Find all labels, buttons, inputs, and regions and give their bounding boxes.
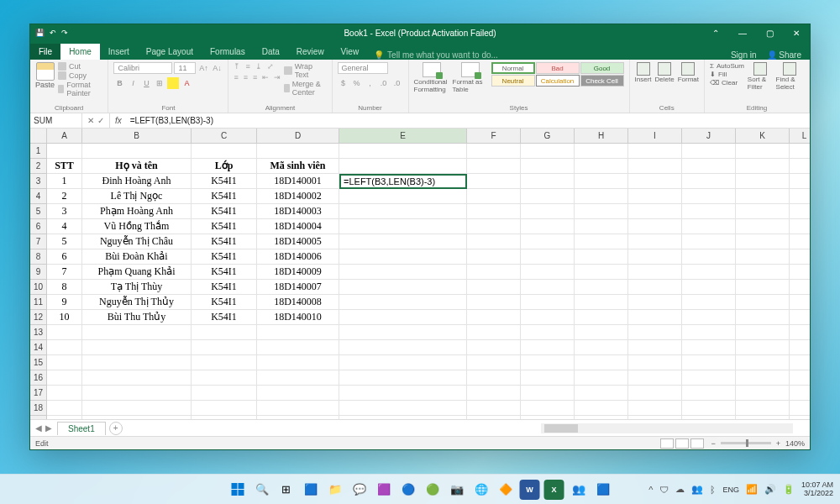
row-header-11[interactable]: 11 — [30, 295, 47, 310]
cell-H5[interactable] — [575, 204, 628, 219]
word-icon[interactable]: W — [520, 480, 540, 500]
cell-K1[interactable] — [736, 144, 790, 159]
row-header-3[interactable]: 3 — [30, 174, 47, 189]
cell-J8[interactable] — [682, 249, 736, 265]
cell-K9[interactable] — [736, 265, 790, 280]
copy-button[interactable]: Copy — [58, 71, 102, 80]
cell-C19[interactable] — [192, 416, 257, 419]
undo-icon[interactable]: ↶ — [50, 29, 56, 37]
clear-button[interactable]: ⌫Clear — [710, 79, 744, 87]
select-all-corner[interactable] — [30, 129, 47, 144]
cell-E17[interactable] — [339, 386, 467, 401]
col-header-G[interactable]: G — [521, 129, 575, 144]
row-header-2[interactable]: 2 — [30, 159, 47, 174]
cell-L17[interactable] — [790, 386, 810, 401]
cell-E7[interactable] — [339, 234, 467, 249]
cell-I15[interactable] — [628, 355, 682, 370]
cell-E4[interactable] — [339, 189, 467, 204]
row-header-7[interactable]: 7 — [30, 234, 47, 249]
style-normal[interactable]: Normal — [491, 62, 535, 74]
cell-E19[interactable] — [339, 416, 467, 419]
cell-J7[interactable] — [682, 234, 736, 249]
maximize-icon[interactable]: ▢ — [756, 24, 783, 41]
language-indicator[interactable]: ENG — [722, 486, 739, 494]
cell-A3[interactable]: 1 — [47, 174, 82, 189]
col-header-K[interactable]: K — [736, 129, 790, 144]
cell-A12[interactable]: 10 — [47, 310, 82, 325]
cell-B3[interactable]: Đinh Hoàng Anh — [82, 174, 192, 189]
style-good[interactable]: Good — [580, 62, 624, 74]
shield-icon[interactable]: 🛡 — [659, 485, 669, 495]
bold-button[interactable]: B — [113, 77, 125, 89]
cell-B13[interactable] — [82, 325, 192, 340]
cell-F5[interactable] — [467, 204, 521, 219]
cell-H10[interactable] — [575, 280, 628, 295]
cell-K13[interactable] — [736, 325, 790, 340]
fill-color-icon[interactable] — [167, 77, 179, 89]
cell-H14[interactable] — [575, 340, 628, 355]
cell-I16[interactable] — [628, 370, 682, 386]
cell-D4[interactable]: 18D140002 — [257, 189, 339, 204]
font-name-select[interactable]: Calibri — [113, 62, 172, 74]
style-check-cell[interactable]: Check Cell — [580, 75, 624, 87]
cell-B6[interactable]: Vũ Hồng Thắm — [82, 219, 192, 234]
row-header-15[interactable]: 15 — [30, 355, 47, 370]
shrink-font-icon[interactable]: A↓ — [211, 62, 223, 74]
cell-F10[interactable] — [467, 280, 521, 295]
instagram-icon[interactable]: 📷 — [447, 480, 467, 500]
cell-I7[interactable] — [628, 234, 682, 249]
cell-B19[interactable] — [82, 416, 192, 419]
cell-A13[interactable] — [47, 325, 82, 340]
cell-I8[interactable] — [628, 249, 682, 265]
cell-K3[interactable] — [736, 174, 790, 189]
zoom-slider[interactable] — [721, 442, 771, 444]
row-header-5[interactable]: 5 — [30, 204, 47, 219]
cell-H1[interactable] — [575, 144, 628, 159]
percent-icon[interactable]: % — [351, 77, 363, 89]
cell-F6[interactable] — [467, 219, 521, 234]
cell-G15[interactable] — [521, 355, 575, 370]
underline-button[interactable]: U — [140, 77, 152, 89]
cell-G9[interactable] — [521, 265, 575, 280]
cell-G19[interactable] — [521, 416, 575, 419]
cell-J4[interactable] — [682, 189, 736, 204]
cell-E8[interactable] — [339, 249, 467, 265]
cell-L8[interactable] — [790, 249, 810, 265]
cell-D3[interactable]: 18D140001 — [257, 174, 339, 189]
cell-F19[interactable] — [467, 416, 521, 419]
cell-L14[interactable] — [790, 340, 810, 355]
cell-F2[interactable] — [467, 159, 521, 174]
cell-G10[interactable] — [521, 280, 575, 295]
cell-J2[interactable] — [682, 159, 736, 174]
col-header-C[interactable]: C — [192, 129, 257, 144]
cell-F3[interactable] — [467, 174, 521, 189]
cell-A8[interactable]: 6 — [47, 249, 82, 265]
cell-C15[interactable] — [192, 355, 257, 370]
indent-inc-icon[interactable]: ⇥ — [274, 73, 281, 81]
cell-G1[interactable] — [521, 144, 575, 159]
row-header-8[interactable]: 8 — [30, 249, 47, 265]
format-cells-button[interactable]: Format — [678, 62, 699, 83]
cell-I9[interactable] — [628, 265, 682, 280]
cell-E12[interactable] — [339, 310, 467, 325]
cell-A7[interactable]: 5 — [47, 234, 82, 249]
cell-I10[interactable] — [628, 280, 682, 295]
format-painter-button[interactable]: Format Painter — [58, 81, 102, 97]
cell-K16[interactable] — [736, 370, 790, 386]
sheet-prev-icon[interactable]: ◀ — [35, 423, 42, 433]
cell-L2[interactable] — [790, 159, 810, 174]
cell-I13[interactable] — [628, 325, 682, 340]
cell-H6[interactable] — [575, 219, 628, 234]
cell-D13[interactable] — [257, 325, 339, 340]
cell-K11[interactable] — [736, 295, 790, 310]
conditional-formatting-button[interactable]: Conditional Formatting — [414, 62, 449, 93]
col-header-I[interactable]: I — [628, 129, 682, 144]
tab-data[interactable]: Data — [254, 44, 288, 60]
row-header-18[interactable]: 18 — [30, 401, 47, 416]
tab-file[interactable]: File — [30, 44, 60, 60]
cell-H18[interactable] — [575, 401, 628, 416]
format-as-table-button[interactable]: Format as Table — [453, 62, 488, 93]
cell-H3[interactable] — [575, 174, 628, 189]
col-header-F[interactable]: F — [467, 129, 521, 144]
grow-font-icon[interactable]: A↑ — [197, 62, 209, 74]
